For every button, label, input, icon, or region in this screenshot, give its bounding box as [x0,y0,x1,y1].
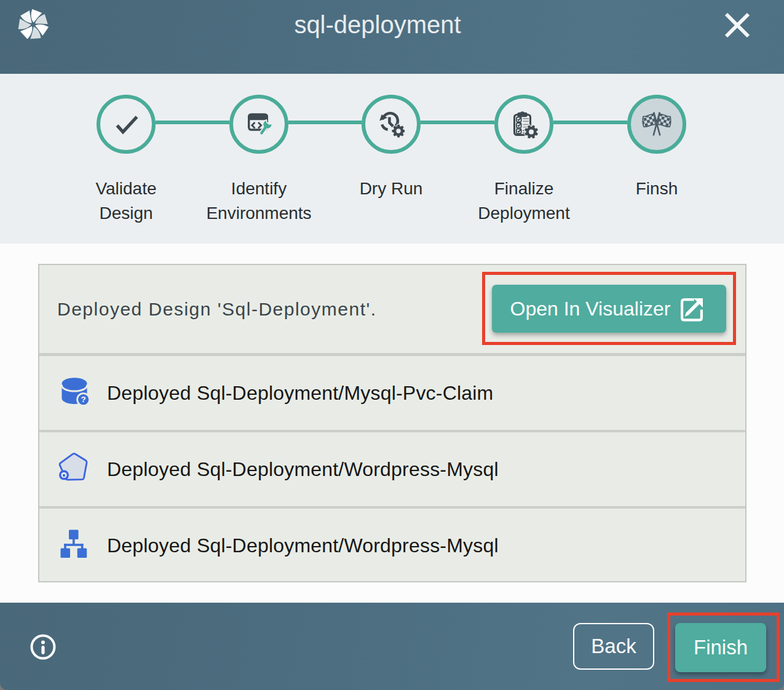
svg-text:?: ? [81,395,85,404]
